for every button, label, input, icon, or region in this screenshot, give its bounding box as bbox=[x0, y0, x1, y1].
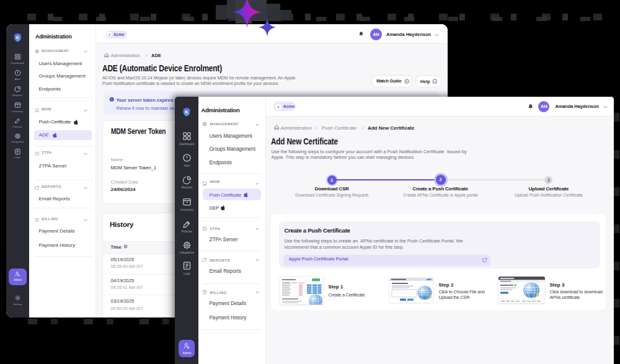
svg-text:K: K bbox=[16, 35, 19, 40]
svg-text:K: K bbox=[185, 110, 188, 114]
